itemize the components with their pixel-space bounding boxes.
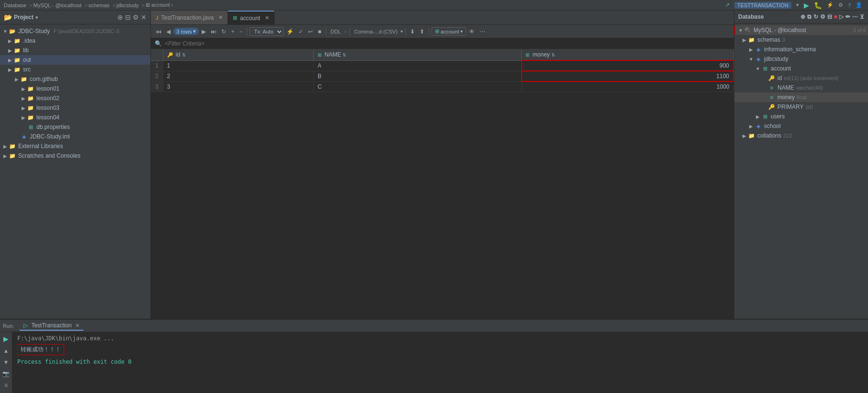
sidebar-item-db-properties[interactable]: ⊞ db.properties <box>0 122 150 132</box>
run-camera-btn[interactable]: 📷 <box>1 370 11 378</box>
bottom-tab-testtransaction[interactable]: ▷ TestTransaction ✕ <box>20 321 83 331</box>
coverage-icon[interactable]: ⚡ <box>827 2 834 8</box>
first-row-btn[interactable]: ⏮ <box>154 27 163 36</box>
delete-row-btn[interactable]: − <box>237 27 244 36</box>
collapse-icon[interactable]: ⊟ <box>125 13 131 21</box>
cell-id-1[interactable]: 2 <box>163 71 314 81</box>
rp-filter-icon[interactable]: ⊟ <box>827 13 832 20</box>
account-dropdown-icon[interactable]: ▾ <box>460 29 463 34</box>
db-tree-item-name[interactable]: ≡ NAME varchar(40) <box>734 83 868 92</box>
id-sort-icon[interactable]: ⇅ <box>182 53 186 58</box>
db-tree-item-collations[interactable]: ▶ 📁 collations 222 <box>734 131 868 140</box>
settings-icon[interactable]: ⚙ <box>838 2 843 8</box>
rp-refresh-icon[interactable]: ↻ <box>813 13 818 20</box>
sidebar-item-lesson04[interactable]: ▶ 📁 lesson04 <box>0 113 150 122</box>
db-tree-item-server[interactable]: ▼ 🔌 MySQL - @localhost 3 of 6 <box>734 25 868 35</box>
prev-row-btn[interactable]: ◀ <box>164 27 172 36</box>
sidebar-item-idea[interactable]: ▶ 📁 .idea <box>0 36 150 46</box>
db-tree-item-schemas[interactable]: ▶ 📁 schemas 3 <box>734 35 868 45</box>
java-tab-close[interactable]: ✕ <box>218 14 223 21</box>
db-tree-item-id[interactable]: 🔑 id int(11) (auto increment) <box>734 73 868 83</box>
sidebar-item-lesson03[interactable]: ▶ 📁 lesson03 <box>0 103 150 113</box>
rp-add-icon[interactable]: ⊕ <box>800 13 805 20</box>
filter-input[interactable] <box>165 40 730 47</box>
tab-account[interactable]: ⊞ account ✕ <box>228 11 274 24</box>
sidebar-item-com-github[interactable]: ▶ 📁 com.github <box>0 74 150 84</box>
money-sort-icon[interactable]: ⇅ <box>551 53 555 58</box>
name-sort-icon[interactable]: ⇅ <box>343 53 346 58</box>
sidebar-item-lesson02[interactable]: ▶ 📁 lesson02 <box>0 93 150 103</box>
help-icon[interactable]: ? <box>848 2 851 8</box>
run-tab-close[interactable]: ✕ <box>75 323 80 328</box>
settings-sidebar-icon[interactable]: ⚙ <box>133 13 139 21</box>
run-up-btn[interactable]: ▲ <box>2 347 10 355</box>
rp-copy-icon[interactable]: ⧉ <box>807 13 811 20</box>
db-tree-item-account[interactable]: ▼ ⊞ account <box>734 64 868 73</box>
th-id[interactable]: 🔑 id ⇅ <box>163 49 314 60</box>
sidebar-item-iml[interactable]: ◈ JDBC-Study.iml <box>0 132 150 141</box>
table-row[interactable]: 22B1100 <box>151 71 733 81</box>
view-btn[interactable]: 👁 <box>467 27 477 36</box>
ddl-label[interactable]: DDL <box>329 29 343 35</box>
th-money[interactable]: ⊞ money ⇅ <box>522 49 733 60</box>
last-row-btn[interactable]: ⏭ <box>209 27 218 36</box>
run-config-label[interactable]: TESTTRANSACTION <box>734 2 791 9</box>
tx-select[interactable]: Tx: Auto <box>250 27 284 36</box>
tx-rollback-icon[interactable]: ↩ <box>306 27 315 36</box>
breadcrumb-database[interactable]: Database <box>4 2 26 8</box>
cell-name-2[interactable]: C <box>314 81 522 92</box>
db-tree-item-info-schema[interactable]: ▶ ◈ information_schema <box>734 45 868 54</box>
cell-money-2[interactable]: 1000 <box>522 81 733 92</box>
export-btn[interactable]: ⬇ <box>408 27 417 36</box>
sidebar-item-external-libs[interactable]: ▶ 📁 External Libraries <box>0 141 150 151</box>
run-config-dropdown-icon[interactable]: ▾ <box>796 2 799 8</box>
import-btn[interactable]: ⬆ <box>418 27 426 36</box>
sidebar-item-lesson01[interactable]: ▶ 📁 lesson01 <box>0 84 150 93</box>
breadcrumb-jdbcstudy[interactable]: jdbcstudy <box>116 2 138 8</box>
rp-settings-icon[interactable]: ⚙ <box>820 13 825 20</box>
add-row-btn[interactable]: + <box>229 27 236 36</box>
tx-stop-icon[interactable]: ■ <box>316 27 323 36</box>
db-tree-item-school[interactable]: ▶ ◈ school <box>734 121 868 131</box>
close-sidebar-icon[interactable]: ✕ <box>141 13 147 21</box>
breadcrumb-schemas[interactable]: schemas <box>89 2 110 8</box>
db-tree-item-users[interactable]: ▶ ⊞ users <box>734 112 868 121</box>
tab-testtransaction[interactable]: J TestTransaction.java ✕ <box>151 11 228 24</box>
rp-stop-icon[interactable]: ■ <box>834 13 837 20</box>
tx-check-icon[interactable]: ✓ <box>297 27 305 36</box>
cell-name-1[interactable]: B <box>314 71 522 81</box>
cell-money-0[interactable]: 900 <box>522 60 733 71</box>
run-button-icon[interactable]: ▶ <box>804 1 809 9</box>
csv-label[interactable]: Comma-...d (CSV) <box>352 29 399 35</box>
table-row[interactable]: 11A900 <box>151 60 733 71</box>
add-icon[interactable]: ⊕ <box>117 13 123 21</box>
refresh-btn[interactable]: ↻ <box>219 27 228 36</box>
rp-more-icon[interactable]: ⋯ <box>852 13 858 20</box>
run-down-btn[interactable]: ▼ <box>2 358 10 367</box>
cell-id-2[interactable]: 3 <box>163 81 314 92</box>
run-wrap-btn[interactable]: ≡ <box>3 381 9 390</box>
th-name[interactable]: ⊞ NAME ⇅ <box>314 49 522 60</box>
sidebar-item-lib[interactable]: ▶ 📁 lib <box>0 46 150 55</box>
account-tab-close[interactable]: ✕ <box>265 15 269 21</box>
db-tree-item-money[interactable]: ≡ money float <box>734 92 868 102</box>
db-tree-item-primary[interactable]: 🔑 PRIMARY (id) <box>734 102 868 112</box>
rp-edit-icon[interactable]: ✏ <box>845 13 850 20</box>
cell-name-0[interactable]: A <box>314 60 522 71</box>
rows-dropdown-icon[interactable]: ▾ <box>193 28 196 35</box>
tree-root[interactable]: ▼ 📂 JDBC-Study F:\java\IDEA2020.2\JDBC-S <box>0 26 150 36</box>
rp-run-icon[interactable]: ▷ <box>839 13 844 20</box>
debug-icon[interactable]: 🐛 <box>814 1 822 9</box>
tx-commit-icon[interactable]: ⚡ <box>285 27 296 36</box>
more-btn[interactable]: ⋯ <box>478 27 487 36</box>
sidebar-item-src[interactable]: ▶ 📁 src <box>0 65 150 74</box>
sidebar-item-out[interactable]: ▶ 📁 out <box>0 55 150 65</box>
rp-funnel-icon[interactable]: ⊻ <box>860 13 864 20</box>
csv-dropdown-icon[interactable]: ▾ <box>400 29 403 34</box>
sidebar-item-scratches[interactable]: ▶ 📁 Scratches and Consoles <box>0 151 150 161</box>
account-badge[interactable]: ⊞ account ▾ <box>432 27 467 35</box>
project-dropdown-icon[interactable]: ▾ <box>35 15 38 20</box>
table-row[interactable]: 33C1000 <box>151 81 733 92</box>
next-row-btn[interactable]: ▶ <box>200 27 208 36</box>
cell-id-0[interactable]: 1 <box>163 60 314 71</box>
